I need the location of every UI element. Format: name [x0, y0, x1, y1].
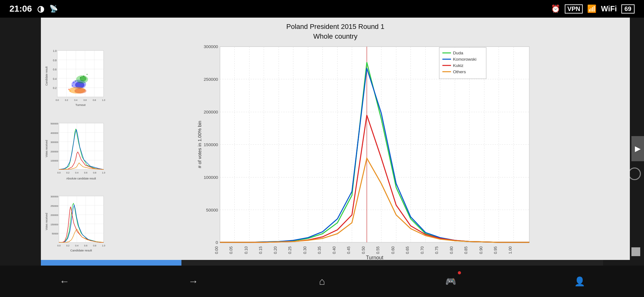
status-bar: 21:06 ◑ 📡 ⏰ VPN 📶 WiFi 69: [0, 0, 644, 18]
side-circle-button[interactable]: [628, 168, 641, 180]
svg-point-12: [80, 76, 86, 81]
side-square-button[interactable]: [631, 247, 640, 256]
svg-text:0.0: 0.0: [56, 98, 59, 101]
svg-text:Others: Others: [453, 69, 466, 74]
svg-point-15: [73, 82, 74, 83]
home-button[interactable]: ⌂: [309, 269, 335, 294]
back-icon: ←: [59, 276, 69, 287]
home-icon: ⌂: [319, 276, 325, 287]
svg-text:0.75: 0.75: [435, 246, 439, 254]
svg-text:0.00: 0.00: [214, 246, 219, 254]
svg-text:0.0: 0.0: [57, 171, 60, 174]
vpn-label: VPN: [565, 4, 583, 14]
small2-x-label: Absolute candidate result: [66, 177, 96, 180]
small3-x-label: Candidate result: [70, 249, 92, 252]
svg-point-18: [83, 75, 84, 76]
svg-text:0.2: 0.2: [66, 244, 69, 247]
svg-point-14: [75, 88, 86, 93]
svg-text:0.8: 0.8: [53, 58, 57, 62]
svg-text:0.25: 0.25: [288, 246, 292, 254]
user-button[interactable]: 👤: [567, 269, 592, 294]
svg-text:Kukiz: Kukiz: [453, 63, 464, 68]
svg-text:50000: 50000: [52, 232, 58, 235]
main-x-label: Turnout: [366, 254, 384, 260]
svg-text:0.60: 0.60: [391, 246, 395, 254]
main-y-label: # of votes in 1.00% bin: [197, 121, 202, 168]
svg-point-21: [68, 89, 69, 90]
svg-text:250000: 250000: [204, 77, 218, 81]
left-charts: 1.0 0.8 0.6 0.4 0.2 Candidate result 0.0…: [44, 43, 107, 260]
svg-text:150000: 150000: [204, 142, 218, 147]
wifi-icon: WiFi: [601, 4, 617, 13]
user-icon: 👤: [574, 276, 585, 287]
svg-text:300000: 300000: [51, 195, 58, 198]
svg-text:200000: 200000: [51, 214, 58, 217]
svg-text:100000: 100000: [204, 175, 218, 180]
chart-title-line1: Poland President 2015 Round 1: [44, 22, 627, 32]
svg-text:0.8: 0.8: [93, 171, 96, 174]
svg-point-17: [80, 77, 81, 78]
svg-text:1.0: 1.0: [102, 98, 105, 101]
cast-icon: 📡: [49, 5, 58, 13]
svg-text:0.8: 0.8: [93, 244, 96, 247]
svg-text:0.65: 0.65: [405, 246, 410, 254]
svg-text:0.85: 0.85: [464, 246, 468, 254]
svg-text:0.2: 0.2: [53, 86, 57, 90]
svg-text:0.05: 0.05: [229, 246, 233, 254]
time-display: 21:06: [9, 4, 32, 14]
svg-text:150000: 150000: [51, 223, 58, 226]
brightness-icon: ◑: [37, 4, 44, 14]
svg-text:100000: 100000: [51, 159, 58, 162]
svg-point-20: [86, 74, 87, 75]
small-chart-1: 1.0 0.8 0.6 0.4 0.2 Candidate result 0.0…: [44, 43, 107, 114]
progress-bar-area: [41, 260, 603, 266]
game-button[interactable]: 🎮: [438, 269, 464, 294]
notification-dot: [458, 271, 461, 274]
svg-text:0.4: 0.4: [75, 171, 78, 174]
chart-title: Poland President 2015 Round 1 Whole coun…: [44, 22, 627, 41]
forward-button[interactable]: →: [180, 269, 206, 294]
svg-text:1.0: 1.0: [102, 171, 105, 174]
svg-text:0.30: 0.30: [303, 246, 307, 254]
svg-text:50000: 50000: [206, 207, 218, 212]
progress-bar-fill: [41, 260, 181, 266]
right-arrow-button[interactable]: ▶: [631, 136, 644, 161]
svg-text:250000: 250000: [51, 205, 58, 207]
back-button[interactable]: ←: [52, 269, 77, 294]
svg-text:0.35: 0.35: [317, 246, 322, 254]
chart-container: Poland President 2015 Round 1 Whole coun…: [44, 22, 627, 258]
svg-text:0.10: 0.10: [244, 246, 248, 254]
svg-text:0.6: 0.6: [84, 171, 87, 174]
svg-text:0.95: 0.95: [493, 246, 498, 254]
svg-text:0.20: 0.20: [273, 246, 278, 254]
svg-text:0.90: 0.90: [479, 246, 483, 254]
small-chart-3: 300000 250000 200000 150000 50000 Votes …: [44, 188, 107, 260]
svg-text:300000: 300000: [51, 141, 58, 144]
svg-text:0.0: 0.0: [57, 244, 60, 247]
svg-text:1.0: 1.0: [102, 244, 105, 247]
svg-text:0.40: 0.40: [332, 246, 336, 254]
svg-rect-56: [59, 196, 103, 242]
svg-text:1.00: 1.00: [508, 246, 513, 254]
svg-text:Votes received: Votes received: [45, 213, 48, 230]
svg-text:500000: 500000: [51, 122, 58, 125]
svg-text:0.55: 0.55: [376, 246, 380, 254]
svg-text:0.80: 0.80: [449, 246, 454, 254]
svg-text:0.4: 0.4: [75, 244, 78, 247]
signal-icon: 📶: [587, 4, 597, 13]
svg-text:0.50: 0.50: [361, 246, 366, 254]
svg-text:0.2: 0.2: [65, 98, 68, 101]
svg-text:400000: 400000: [51, 132, 58, 135]
small1-x-label: Turnout: [75, 103, 86, 106]
nav-bar: ← → ⌂ 🎮 👤: [0, 266, 644, 297]
svg-point-16: [75, 80, 76, 81]
svg-point-22: [70, 90, 71, 91]
svg-text:0.4: 0.4: [53, 77, 57, 80]
svg-text:0.15: 0.15: [258, 246, 263, 254]
main-chart-area: 300000 250000 200000 150000 100000 50000…: [107, 43, 627, 260]
svg-text:0.4: 0.4: [74, 98, 77, 101]
battery-display: 69: [621, 4, 635, 14]
svg-text:300000: 300000: [204, 44, 218, 49]
svg-text:0.45: 0.45: [347, 246, 351, 254]
svg-text:0.8: 0.8: [93, 98, 96, 101]
